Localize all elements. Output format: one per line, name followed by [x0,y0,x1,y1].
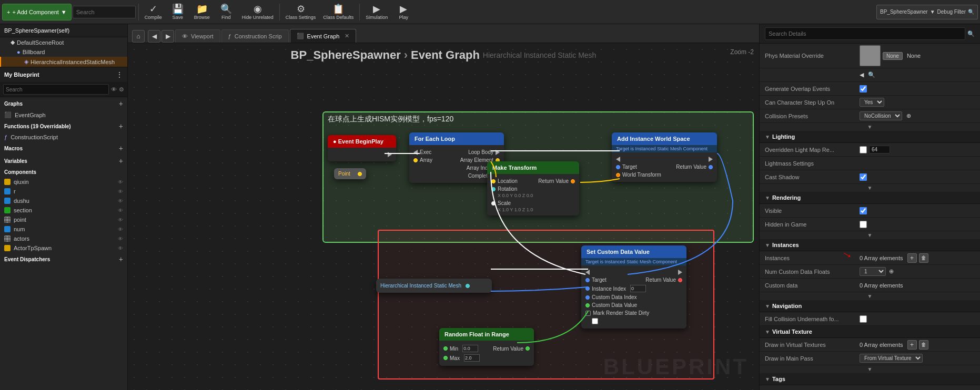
event-dispatchers-section[interactable]: Event Dispatchers + [0,253,127,265]
node-add-instance[interactable]: Add Instance World Space Target is Insta… [612,132,717,182]
virtual-texture-section[interactable]: ▼ Virtual Texture [760,326,980,338]
max-input[interactable] [464,354,480,362]
browse-button[interactable]: 📁 Browse [190,2,214,23]
var-actors-eye[interactable]: 👁 [118,236,123,242]
var-qiuxin-eye[interactable]: 👁 [118,179,123,185]
point-label: Point [338,171,350,177]
var-point-eye[interactable]: 👁 [118,217,123,223]
var-dushu[interactable]: dushu 👁 [0,196,127,206]
hism-item[interactable]: ◈ HierarchicalInstancedStaticMesh [0,57,127,67]
forward-nav-btn[interactable]: ▶ [161,30,174,43]
hide-unrelated-button[interactable]: ◉ Hide Unrelated [239,2,277,23]
graphs-add-icon[interactable]: + [119,99,123,108]
search-options-icon[interactable]: ⚙ [119,86,124,93]
node-make-transform[interactable]: Make Transform Location Return Value [487,161,579,215]
details-search-input[interactable] [765,27,965,40]
return-val-label: Return Value [538,178,569,184]
num-custom-expand[interactable]: ⊕ [889,268,894,275]
var-section-eye[interactable]: 👁 [118,208,123,213]
visible-checkbox[interactable] [860,207,867,214]
generate-overlap-checkbox[interactable] [860,85,867,93]
class-settings-icon: ⚙ [297,4,305,14]
macros-section[interactable]: Macros + [0,142,127,155]
functions-add-icon[interactable]: + [119,122,123,130]
graphs-section[interactable]: Graphs + [0,97,127,110]
billboard-icon: ● [17,49,21,55]
min-input[interactable] [462,345,478,352]
functions-section[interactable]: Functions (19 Overridable) + [0,120,127,132]
save-button[interactable]: 💾 Save [166,2,189,23]
collision-expand-icon[interactable]: ⊕ [906,112,911,119]
debug-filter[interactable]: BP_SphereSpawner ▼ Debug Filter 🔍 [876,5,978,19]
rendering-section[interactable]: ▼ Rendering [760,192,980,204]
instances-del-btn[interactable]: 🗑 [919,253,928,263]
simulation-button[interactable]: ▶ Simulation [362,2,391,23]
my-blueprint-options[interactable]: ⋮ [116,70,123,79]
add-component-button[interactable]: + + Add Component ▼ [2,4,72,20]
phys-right-search[interactable]: 🔍 [868,71,875,78]
var-r[interactable]: r 👁 [0,187,127,196]
add-instance-subtitle: Target is Instanced Static Mesh Componen… [616,146,708,151]
scene-root-item[interactable]: ◆ DefaultSceneRoot [0,37,127,47]
hidden-checkbox[interactable] [860,221,867,228]
var-actortpspawn[interactable]: ActorTpSpawn 👁 [0,243,127,253]
var-dushu-eye[interactable]: 👁 [118,198,123,204]
variables-section[interactable]: Variables + [0,155,127,167]
event-dispatchers-add-icon[interactable]: + [119,255,123,263]
tab-viewport[interactable]: 👁 Viewport [175,29,220,43]
can-step-select[interactable]: Yes [860,98,884,107]
canvas-area[interactable]: BP_SphereSpawner › Event Graph Hierarchi… [128,43,759,390]
find-label: Find [221,15,231,20]
tab-close-icon[interactable]: ✕ [345,33,349,39]
navigation-section[interactable]: ▼ Navigation [760,300,980,312]
draw-main-select[interactable]: From Virtual Texture [860,354,923,363]
lighting-section[interactable]: ▼ Lighting [760,131,980,143]
node-hism[interactable]: Hierarchical Instanced Static Mesh [376,279,492,293]
node-point[interactable]: Point [334,168,366,179]
instances-val: 0 Array elements [860,255,903,261]
var-num-eye[interactable]: 👁 [118,227,123,232]
event-graph-item[interactable]: ⬛ EventGraph [0,110,127,120]
node-event-beginplay[interactable]: ● Event BeginPlay [328,135,396,161]
play-button[interactable]: ▶ Play [392,2,415,23]
overridden-checkbox[interactable] [860,146,867,153]
search-eye-icon[interactable]: 👁 [111,86,117,93]
toolbar-search-input[interactable] [73,6,136,18]
draw-virtual-del-btn[interactable]: 🗑 [919,340,928,350]
cast-shadow-checkbox[interactable] [860,173,867,181]
lightmap-value-input[interactable] [869,146,890,153]
var-actortpspawn-eye[interactable]: 👁 [118,245,123,251]
fill-collision-checkbox[interactable] [860,315,867,323]
construction-script-item[interactable]: ƒ ConstructionScript [0,132,127,142]
macros-add-icon[interactable]: + [119,144,123,152]
instances-section[interactable]: ▼ Instances [760,239,980,251]
back-nav-btn[interactable]: ◀ [148,30,160,43]
instance-index-input[interactable] [630,285,646,292]
blueprint-search-input[interactable] [3,84,109,95]
var-qiuxin[interactable]: qiuxin 👁 [0,177,127,187]
variables-add-icon[interactable]: + [119,157,123,165]
var-num[interactable]: num 👁 [0,224,127,234]
class-settings-button[interactable]: ⚙ Class Settings [282,2,319,23]
mark-render-checkbox[interactable] [592,318,598,324]
var-section[interactable]: section 👁 [0,206,127,215]
var-r-eye[interactable]: 👁 [118,189,123,194]
components-section[interactable]: Components [0,167,127,177]
find-button[interactable]: 🔍 Find [215,2,238,23]
collision-select[interactable]: NoCollision [860,111,902,120]
home-nav-btn[interactable]: ⌂ [132,30,145,43]
node-random-float[interactable]: Random Float in Range Min Return Value [439,328,534,366]
node-set-custom-data[interactable]: Set Custom Data Value Target is Instance… [581,245,686,329]
tab-construction[interactable]: ƒ Construction Scrip [221,29,289,43]
billboard-item[interactable]: ● Billboard [0,47,127,57]
compile-button[interactable]: ✓ Compile [142,2,165,23]
num-custom-select[interactable]: 1 [860,267,886,276]
tags-section[interactable]: ▼ Tags [760,373,980,385]
tab-event-graph[interactable]: ⬛ Event Graph ✕ [290,29,357,43]
var-actors[interactable]: actors 👁 [0,234,127,243]
draw-virtual-add-btn[interactable]: + [907,340,917,350]
phys-left-arrow[interactable]: ◀ [860,71,864,78]
var-point[interactable]: point 👁 [0,215,127,224]
instances-add-btn[interactable]: + [907,253,917,263]
class-defaults-button[interactable]: 📋 Class Defaults [320,2,357,23]
